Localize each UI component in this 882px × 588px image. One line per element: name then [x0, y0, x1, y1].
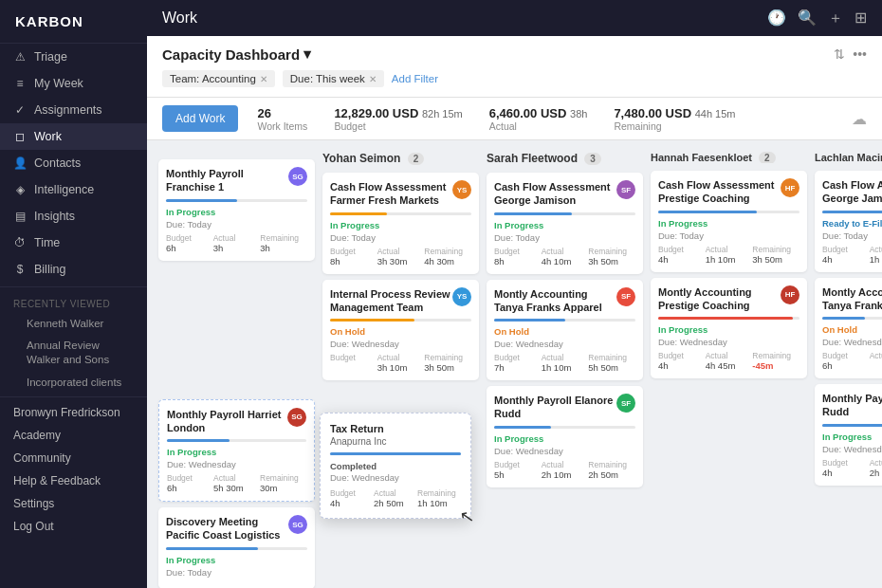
remaining-value: 7,480.00 USD 44h 15m	[614, 106, 735, 120]
sidebar-item-billing[interactable]: $ Billing	[0, 256, 147, 283]
sidebar-item-assignments[interactable]: ✓ Assignments	[0, 97, 147, 123]
status-tanya-lachlan: On Hold	[822, 324, 882, 335]
sidebar-community[interactable]: Community	[0, 447, 147, 469]
sidebar-item-contacts[interactable]: 👤 Contacts	[0, 150, 147, 176]
search-icon[interactable]: 🔍	[798, 9, 817, 28]
status-tanya: On Hold	[494, 326, 635, 337]
due-prestige: Due: Today	[658, 230, 799, 241]
card-montly-prestige[interactable]: HF Montly Accounting Prestige Coaching I…	[651, 278, 807, 379]
footer-internal: Budget Actual3h 10m Remaining3h 50m	[330, 353, 471, 373]
sidebar-item-intelligence[interactable]: ◈ Intelligence	[0, 176, 147, 203]
add-filter-button[interactable]: Add Filter	[392, 73, 438, 84]
sidebar-divider2	[0, 396, 147, 397]
filter-chip-due[interactable]: Due: This week ✕	[283, 70, 384, 87]
status-internal: On Hold	[330, 326, 471, 337]
card-monthly-elanore-lachlan[interactable]: LM Monthly Payroll Elanore Rudd In Progr…	[815, 384, 882, 486]
topbar-title: Work	[162, 9, 197, 27]
card-internal-process[interactable]: YS Internal Process Review Management Te…	[322, 280, 479, 381]
tooltip-subtitle: Anapurna Inc	[330, 436, 461, 447]
work-items-stat: 26 Work Items	[257, 106, 307, 132]
sidebar-help[interactable]: Help & Feedback	[0, 469, 147, 492]
due-george: Due: Today	[494, 232, 635, 243]
card-title-montly-prestige: Montly Accounting Prestige Coaching	[658, 285, 799, 313]
clock-icon[interactable]: 🕐	[767, 9, 786, 28]
sidebar-item-time[interactable]: ⏱ Time	[0, 230, 147, 256]
sidebar-settings[interactable]: Settings	[0, 492, 147, 515]
main-content: Work 🕐 🔍 ＋ ⊞ Capacity Dashboard ▾ ⇅ ••• …	[147, 0, 882, 588]
progress-george	[494, 212, 572, 215]
card-montly-tanya-lachlan[interactable]: LM Montly Accounting Tanya Franks Appar …	[815, 278, 882, 379]
tooltip-footer: Budget4h Actual2h 50m Remaining1h 10m	[330, 488, 461, 508]
sidebar-item-triage[interactable]: ⚠ Triage	[0, 44, 147, 70]
actual-value: 6,460.00 USD 38h	[489, 106, 588, 120]
sidebar-item-myweek[interactable]: ≡ My Week	[0, 70, 147, 97]
card-title-elanore-lachlan: Monthly Payroll Elanore Rudd	[822, 392, 882, 419]
status-farmer: In Progress	[330, 220, 471, 230]
due-elanore-sarah: Due: Wednesday	[494, 446, 635, 456]
remove-due-filter[interactable]: ✕	[369, 74, 377, 84]
sidebar-logout[interactable]: Log Out	[0, 515, 147, 538]
filter-icon[interactable]: ⇅	[834, 46, 845, 62]
due-elanore-lachlan: Due: Wednesday	[822, 444, 882, 454]
avatar-sarah2: SF	[616, 287, 635, 306]
card-discovery-meeting[interactable]: SG Discovery Meeting Pacific Coast Logis…	[158, 507, 315, 588]
footer-farmer: Budget8h Actual3h 30m Remaining4h 30m	[330, 247, 471, 266]
work-items-value: 26	[257, 106, 307, 120]
card-footer: Budget6h Actual3h Remaining3h	[166, 233, 307, 253]
sidebar-item-insights[interactable]: ▤ Insights	[0, 203, 147, 230]
remove-team-filter[interactable]: ✕	[260, 74, 267, 84]
add-icon[interactable]: ＋	[828, 9, 843, 28]
progress-wrap-internal	[330, 319, 471, 322]
card-cashflow-george[interactable]: SF Cash Flow Assessment George Jamison I…	[487, 173, 643, 274]
filter-chip-team[interactable]: Team: Accounting ✕	[162, 70, 275, 87]
card-title-discovery: Discovery Meeting Pacific Coast Logistic…	[166, 515, 307, 542]
sidebar-divider	[0, 286, 147, 287]
card-title-farmer: Cash Flow Assessment Farmer Fresh Market…	[330, 180, 471, 208]
assignments-icon: ✓	[13, 103, 27, 117]
card-montly-tanya[interactable]: SF Montly Accounting Tanya Franks Appare…	[487, 280, 643, 381]
card-title-george: Cash Flow Assessment George Jamison	[494, 180, 635, 208]
card-title: Monthly Payroll Franchise 1	[166, 167, 307, 194]
sidebar-label-work: Work	[34, 130, 62, 143]
recent-item-kenneth[interactable]: Kenneth Walker	[0, 313, 147, 334]
grid-icon[interactable]: ⊞	[854, 9, 867, 28]
card-title-tanya: Montly Accounting Tanya Franks Apparel	[494, 287, 635, 315]
sidebar-label-insights: Insights	[34, 210, 75, 223]
card-cashflow-prestige[interactable]: HF Cash Flow Assessment Prestige Coachin…	[651, 171, 807, 272]
status-elanore-sarah: In Progress	[494, 433, 635, 444]
header-icons: ⇅ •••	[834, 46, 867, 62]
tooltip-card: Tax Return Anapurna Inc Completed Due: W…	[320, 413, 471, 519]
sidebar-item-work[interactable]: ◻ Work	[0, 123, 147, 150]
more-icon[interactable]: •••	[853, 46, 867, 62]
filter-due-label: Due: This week	[290, 73, 365, 84]
recent-item-incorporated[interactable]: Incorporated clients	[0, 372, 147, 393]
dashboard-title-row: Capacity Dashboard ▾ ⇅ •••	[162, 46, 867, 63]
recent-item-annual[interactable]: Annual ReviewWalker and Sons	[0, 334, 147, 372]
sidebar-academy[interactable]: Academy	[0, 424, 147, 447]
card-monthly-payroll-franchise[interactable]: SG Monthly Payroll Franchise 1 In Progre…	[158, 159, 315, 261]
card-footer2: Budget6h Actual5h 30m Remaining30m	[167, 473, 306, 493]
work-icon: ◻	[13, 130, 27, 143]
chevron-down-icon[interactable]: ▾	[303, 46, 311, 63]
add-work-button[interactable]: Add Work	[162, 105, 238, 132]
board: Sara Goepel 4 SG Monthly Payroll Franchi…	[147, 140, 882, 588]
progress-elanore-sarah	[494, 426, 551, 429]
due-tanya: Due: Wednesday	[494, 339, 635, 349]
card-cashflow-farmer[interactable]: YS Cash Flow Assessment Farmer Fresh Mar…	[322, 173, 479, 274]
card-monthly-elanore-sarah[interactable]: SF Monthly Payroll Elanore Rudd In Progr…	[487, 386, 643, 487]
sidebar-bronwyn[interactable]: Bronwyn Fredrickson	[0, 401, 147, 424]
due-farmer: Due: Today	[330, 232, 471, 243]
dashboard-title: Capacity Dashboard ▾	[162, 46, 311, 63]
progress-wrap-prestige	[658, 211, 799, 213]
column-header-yohan: Yohan Seimon 2	[322, 152, 479, 165]
status-prestige: In Progress	[658, 218, 799, 229]
card-title-harriet: Monthly Payroll Harriet London	[167, 408, 306, 435]
avatar-sarah: SF	[616, 180, 635, 199]
progress-bar	[166, 199, 237, 202]
footer-elanore-lachlan: Budget4h Actual2h 30m Remaining	[822, 458, 882, 478]
progress-wrap-montly-prestige	[658, 317, 799, 320]
card-cashflow-george-lachlan[interactable]: LM Cash Flow Assessment George Jamison R…	[815, 171, 882, 272]
avatar-hannah2: HF	[781, 285, 799, 304]
avatar-hannah: HF	[781, 178, 799, 197]
card-monthly-payroll-harriet[interactable]: SG Monthly Payroll Harriet London In Pro…	[158, 399, 315, 503]
